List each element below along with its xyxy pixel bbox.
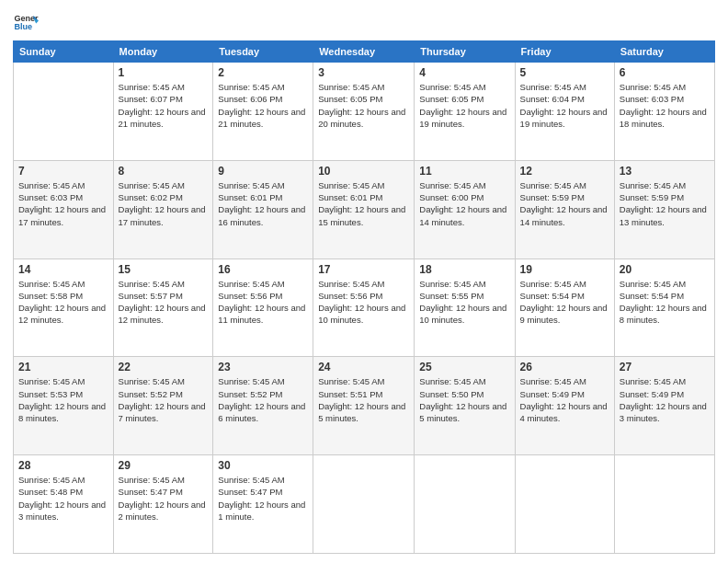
day-number: 14 [18,263,108,276]
calendar-cell [14,63,114,161]
calendar-cell: 29Sunrise: 5:45 AM Sunset: 5:47 PM Dayli… [113,455,213,554]
weekday-header-saturday: Saturday [614,41,714,63]
day-info: Sunrise: 5:45 AM Sunset: 6:06 PM Dayligh… [218,81,308,130]
day-number: 13 [620,165,710,178]
day-number: 28 [18,459,108,472]
calendar-cell: 14Sunrise: 5:45 AM Sunset: 5:58 PM Dayli… [14,259,114,357]
day-number: 1 [119,66,209,79]
day-info: Sunrise: 5:45 AM Sunset: 5:47 PM Dayligh… [218,474,308,523]
day-number: 22 [119,361,209,373]
calendar-cell: 22Sunrise: 5:45 AM Sunset: 5:52 PM Dayli… [113,357,213,455]
calendar-cell: 19Sunrise: 5:45 AM Sunset: 5:54 PM Dayli… [515,259,614,357]
calendar-cell: 24Sunrise: 5:45 AM Sunset: 5:51 PM Dayli… [313,357,415,455]
day-info: Sunrise: 5:45 AM Sunset: 5:49 PM Dayligh… [620,375,710,424]
calendar-cell: 25Sunrise: 5:45 AM Sunset: 5:50 PM Dayli… [415,357,515,455]
svg-text:Blue: Blue [14,22,32,31]
day-number: 27 [620,361,710,373]
day-info: Sunrise: 5:45 AM Sunset: 5:59 PM Dayligh… [520,179,609,228]
calendar-cell: 20Sunrise: 5:45 AM Sunset: 5:54 PM Dayli… [614,259,714,357]
day-info: Sunrise: 5:45 AM Sunset: 6:05 PM Dayligh… [419,81,509,130]
day-info: Sunrise: 5:45 AM Sunset: 5:55 PM Dayligh… [419,278,509,327]
day-number: 16 [218,263,308,276]
day-number: 5 [520,66,609,79]
day-number: 26 [520,361,609,373]
header: General Blue [13,9,715,35]
weekday-header-monday: Monday [113,41,213,63]
calendar-cell: 27Sunrise: 5:45 AM Sunset: 5:49 PM Dayli… [614,357,714,455]
calendar-cell: 17Sunrise: 5:45 AM Sunset: 5:56 PM Dayli… [313,259,415,357]
day-info: Sunrise: 5:45 AM Sunset: 5:47 PM Dayligh… [119,474,209,523]
calendar-cell: 4Sunrise: 5:45 AM Sunset: 6:05 PM Daylig… [415,63,515,161]
day-info: Sunrise: 5:45 AM Sunset: 6:03 PM Dayligh… [620,81,710,130]
day-number: 20 [620,263,710,276]
day-info: Sunrise: 5:45 AM Sunset: 6:02 PM Dayligh… [119,179,209,228]
calendar-cell: 8Sunrise: 5:45 AM Sunset: 6:02 PM Daylig… [113,160,213,259]
day-number: 25 [419,361,509,373]
day-number: 30 [218,459,308,472]
day-info: Sunrise: 5:45 AM Sunset: 5:49 PM Dayligh… [520,375,609,424]
weekday-header-row: SundayMondayTuesdayWednesdayThursdayFrid… [14,41,715,63]
calendar-week-1: 7Sunrise: 5:45 AM Sunset: 6:03 PM Daylig… [14,160,715,259]
day-info: Sunrise: 5:45 AM Sunset: 5:51 PM Dayligh… [318,375,409,424]
day-number: 23 [218,361,308,373]
calendar-week-2: 14Sunrise: 5:45 AM Sunset: 5:58 PM Dayli… [14,259,715,357]
calendar-cell [313,455,415,554]
day-info: Sunrise: 5:45 AM Sunset: 6:04 PM Dayligh… [520,81,609,130]
day-number: 17 [318,263,409,276]
day-info: Sunrise: 5:45 AM Sunset: 6:01 PM Dayligh… [318,179,409,228]
day-info: Sunrise: 5:45 AM Sunset: 5:56 PM Dayligh… [318,278,409,327]
calendar-cell: 11Sunrise: 5:45 AM Sunset: 6:00 PM Dayli… [415,160,515,259]
calendar-week-3: 21Sunrise: 5:45 AM Sunset: 5:53 PM Dayli… [14,357,715,455]
day-number: 4 [419,66,509,79]
day-info: Sunrise: 5:45 AM Sunset: 5:50 PM Dayligh… [419,375,509,424]
day-info: Sunrise: 5:45 AM Sunset: 5:57 PM Dayligh… [119,278,209,327]
page: General Blue SundayMondayTuesdayWednesda… [0,0,728,563]
day-number: 24 [318,361,409,373]
calendar-cell: 13Sunrise: 5:45 AM Sunset: 5:59 PM Dayli… [614,160,714,259]
calendar-week-0: 1Sunrise: 5:45 AM Sunset: 6:07 PM Daylig… [14,63,715,161]
calendar-cell [515,455,614,554]
calendar-cell: 30Sunrise: 5:45 AM Sunset: 5:47 PM Dayli… [213,455,313,554]
day-info: Sunrise: 5:45 AM Sunset: 6:07 PM Dayligh… [119,81,209,130]
calendar-cell [415,455,515,554]
day-info: Sunrise: 5:45 AM Sunset: 6:03 PM Dayligh… [18,179,108,228]
day-number: 10 [318,165,409,178]
day-number: 21 [18,361,108,373]
day-info: Sunrise: 5:45 AM Sunset: 6:01 PM Dayligh… [218,179,308,228]
calendar-cell: 18Sunrise: 5:45 AM Sunset: 5:55 PM Dayli… [415,259,515,357]
day-number: 3 [318,66,409,79]
day-number: 9 [218,165,308,178]
calendar-cell: 15Sunrise: 5:45 AM Sunset: 5:57 PM Dayli… [113,259,213,357]
day-number: 19 [520,263,609,276]
calendar-cell: 5Sunrise: 5:45 AM Sunset: 6:04 PM Daylig… [515,63,614,161]
calendar-cell: 7Sunrise: 5:45 AM Sunset: 6:03 PM Daylig… [14,160,114,259]
day-info: Sunrise: 5:45 AM Sunset: 5:52 PM Dayligh… [218,375,308,424]
calendar-cell: 26Sunrise: 5:45 AM Sunset: 5:49 PM Dayli… [515,357,614,455]
calendar-cell: 3Sunrise: 5:45 AM Sunset: 6:05 PM Daylig… [313,63,415,161]
weekday-header-thursday: Thursday [415,41,515,63]
day-info: Sunrise: 5:45 AM Sunset: 5:54 PM Dayligh… [520,278,609,327]
day-number: 12 [520,165,609,178]
calendar-cell: 9Sunrise: 5:45 AM Sunset: 6:01 PM Daylig… [213,160,313,259]
calendar-cell: 16Sunrise: 5:45 AM Sunset: 5:56 PM Dayli… [213,259,313,357]
day-info: Sunrise: 5:45 AM Sunset: 6:05 PM Dayligh… [318,81,409,130]
weekday-header-friday: Friday [515,41,614,63]
day-number: 18 [419,263,509,276]
calendar-week-4: 28Sunrise: 5:45 AM Sunset: 5:48 PM Dayli… [14,455,715,554]
day-info: Sunrise: 5:45 AM Sunset: 5:56 PM Dayligh… [218,278,308,327]
day-info: Sunrise: 5:45 AM Sunset: 6:00 PM Dayligh… [419,179,509,228]
calendar-body: 1Sunrise: 5:45 AM Sunset: 6:07 PM Daylig… [14,63,715,554]
weekday-header-wednesday: Wednesday [313,41,415,63]
calendar-cell: 21Sunrise: 5:45 AM Sunset: 5:53 PM Dayli… [14,357,114,455]
calendar-cell: 6Sunrise: 5:45 AM Sunset: 6:03 PM Daylig… [614,63,714,161]
day-number: 29 [119,459,209,472]
calendar-cell: 2Sunrise: 5:45 AM Sunset: 6:06 PM Daylig… [213,63,313,161]
day-number: 6 [620,66,710,79]
weekday-header-sunday: Sunday [14,41,114,63]
calendar-cell: 1Sunrise: 5:45 AM Sunset: 6:07 PM Daylig… [113,63,213,161]
day-number: 2 [218,66,308,79]
calendar-cell: 28Sunrise: 5:45 AM Sunset: 5:48 PM Dayli… [14,455,114,554]
day-info: Sunrise: 5:45 AM Sunset: 5:48 PM Dayligh… [18,474,108,523]
logo: General Blue [13,9,44,35]
day-info: Sunrise: 5:45 AM Sunset: 5:52 PM Dayligh… [119,375,209,424]
